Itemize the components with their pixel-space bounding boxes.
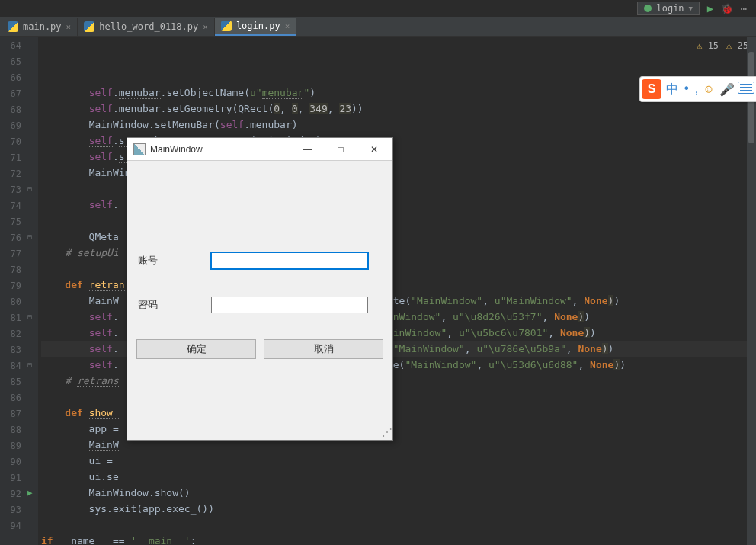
tab-label: hello_word_0118.py (99, 21, 198, 32)
ok-button[interactable]: 确定 (136, 339, 256, 359)
ime-mode[interactable]: 中 (665, 82, 680, 98)
dialog-body: 账号 密码 确定 取消 (127, 161, 392, 367)
code-line[interactable] (41, 517, 756, 533)
warning-icon: ⚠ (697, 40, 702, 51)
warning-count: 15 (708, 40, 719, 51)
emoji-icon[interactable]: ☺ (701, 82, 716, 97)
more-actions-icon[interactable]: ⋯ (738, 2, 750, 14)
python-file-icon (221, 21, 232, 31)
fold-icon[interactable]: ⊟ (27, 313, 35, 320)
app-icon (133, 143, 146, 155)
code-line[interactable]: MainWindow.setMenuBar(self.menubar) (41, 117, 756, 133)
code-line[interactable]: ui = (41, 453, 756, 469)
minimize-button[interactable]: — (290, 139, 324, 160)
tab-label: main.py (23, 21, 62, 32)
fold-icon[interactable]: ⊟ (27, 232, 35, 240)
close-icon[interactable]: × (285, 21, 290, 31)
keyboard-icon[interactable] (738, 82, 753, 97)
fold-icon[interactable]: ⊟ (27, 361, 35, 368)
vertical-scrollbar[interactable] (747, 37, 756, 545)
tab-login-py[interactable]: login.py× (215, 18, 296, 36)
punctuation-icon[interactable]: •， (683, 82, 698, 98)
run-icon[interactable]: ▶ (704, 2, 716, 14)
inspection-summary[interactable]: ⚠ 15 ⚠ 25 (697, 38, 748, 54)
run-config-label: login (656, 3, 684, 14)
chevron-down-icon: ▼ (689, 5, 693, 12)
maximize-button[interactable]: □ (324, 139, 357, 160)
account-input[interactable] (211, 252, 368, 269)
fold-gutter: ⊟⊟⊟⊟▶ (26, 37, 38, 545)
ime-toolbar[interactable]: S 中 •， ☺ 🎤 (639, 76, 756, 102)
fold-icon[interactable]: ⊟ (27, 184, 35, 192)
python-file-icon (84, 21, 94, 32)
code-line[interactable]: self.menubar.setGeometry(QRect(0, 0, 349… (41, 101, 756, 117)
main-window-dialog: MainWindow — □ ✕ 账号 密码 确定 取消 ⋰ (127, 137, 393, 441)
run-config-dropdown[interactable]: login ▼ (637, 2, 700, 15)
code-line[interactable]: MainWindow.show() (41, 485, 756, 501)
dialog-titlebar[interactable]: MainWindow — □ ✕ (127, 138, 392, 161)
button-row: 确定 取消 (135, 339, 385, 359)
tab-label: login.py (236, 21, 280, 31)
tab-hello_word_0118-py[interactable]: hello_word_0118.py× (78, 18, 215, 36)
resize-grip-icon[interactable]: ⋰ (382, 429, 391, 438)
code-line[interactable]: ui.se (41, 469, 756, 485)
code-line[interactable]: sys.exit(app.exec_()) (41, 501, 756, 517)
file-tabs: main.py×hello_word_0118.py×login.py× (0, 17, 756, 37)
account-label: 账号 (135, 254, 211, 268)
code-line[interactable]: if __name__ == '__main__': (41, 533, 756, 545)
password-input[interactable] (211, 297, 368, 313)
run-line-icon[interactable]: ▶ (27, 488, 33, 498)
mic-icon[interactable]: 🎤 (719, 82, 735, 97)
close-icon[interactable]: × (203, 22, 208, 32)
close-button[interactable]: ✕ (357, 139, 391, 160)
password-label: 密码 (135, 298, 211, 312)
sogou-logo-icon: S (642, 79, 662, 99)
dialog-title: MainWindow (150, 144, 290, 155)
line-gutter: 6465666768697071727374757677787980818283… (0, 37, 26, 545)
password-row: 密码 (135, 297, 385, 313)
cancel-button[interactable]: 取消 (264, 339, 383, 359)
close-icon[interactable]: × (66, 22, 72, 32)
weak-warning-icon: ⚠ (726, 40, 732, 51)
debug-icon[interactable]: 🐞 (721, 2, 733, 14)
tab-main-py[interactable]: main.py× (2, 18, 78, 36)
python-file-icon (8, 21, 18, 32)
top-toolbar: login ▼ ▶ 🐞 ⋯ (637, 0, 756, 17)
account-row: 账号 (135, 252, 385, 269)
